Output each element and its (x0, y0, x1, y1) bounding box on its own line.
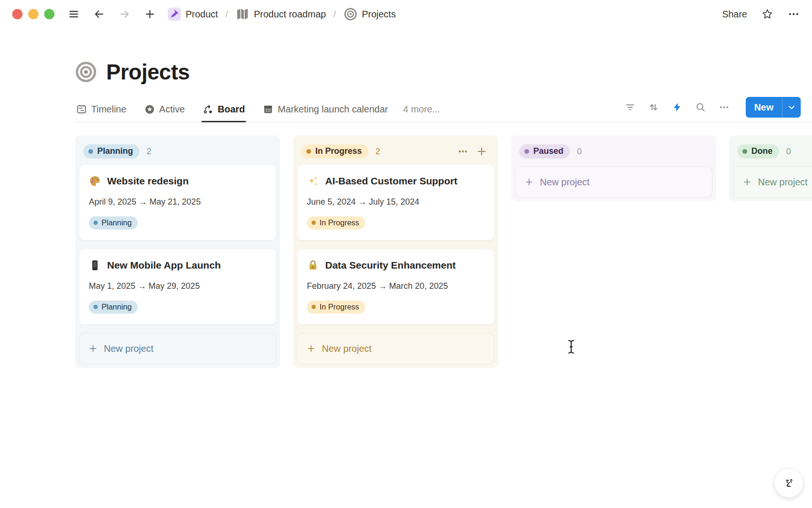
tab-label: Timeline (91, 104, 126, 115)
column-count: 0 (577, 147, 582, 157)
share-button[interactable]: Share (722, 9, 747, 20)
column-name: Paused (533, 146, 563, 156)
star-circle-icon (144, 104, 155, 115)
card-status-label: Planning (102, 218, 132, 227)
card-date-range: May 1, 2025 → May 29, 2025 (89, 281, 266, 291)
forward-arrow-icon[interactable] (118, 8, 131, 20)
more-options-icon[interactable] (788, 8, 800, 20)
status-dot-icon (88, 149, 93, 154)
card-status-tag: In Progress (307, 216, 365, 230)
favorite-star-icon[interactable] (761, 8, 773, 20)
column-name: Done (751, 146, 773, 156)
column-status-pill[interactable]: Planning (83, 144, 140, 159)
new-project-button[interactable]: New project (79, 333, 276, 364)
flow-icon (203, 104, 213, 115)
new-button-chevron-down-icon[interactable] (782, 97, 801, 118)
roadmap-book-icon (235, 7, 250, 21)
board-column-planning: Planning 2 Website redesign April 9, 202… (75, 135, 280, 368)
column-more-icon[interactable] (457, 146, 468, 157)
lock-icon (307, 259, 319, 271)
column-name: Planning (97, 146, 133, 156)
board-column-paused: Paused 0 New project (511, 135, 716, 201)
close-window-button[interactable] (12, 9, 23, 19)
tab-label: Active (159, 104, 185, 115)
tab-label: Marketing launch calendar (278, 104, 388, 115)
view-options-icon[interactable] (718, 102, 730, 113)
filter-icon[interactable] (625, 102, 636, 113)
card-title: Data Security Enhancement (325, 260, 456, 271)
search-icon[interactable] (695, 102, 707, 113)
page-target-icon (75, 61, 97, 83)
status-dot-icon (742, 149, 747, 154)
tab-label: Board (218, 104, 245, 115)
column-status-pill[interactable]: Paused (519, 144, 570, 159)
breadcrumb: Product/Product roadmap/Projects (165, 6, 398, 23)
tab-marketing-launch-calendar[interactable]: Marketing launch calendar (262, 99, 389, 122)
traffic-lights (12, 9, 55, 19)
column-header: Paused 0 (515, 139, 712, 165)
board-column-done: Done 0 New project (729, 135, 812, 201)
breadcrumb-item-product[interactable]: Product (165, 6, 220, 23)
new-button[interactable]: New (746, 97, 801, 118)
view-tabs-row: Timeline Active Board Marketing launch c… (75, 97, 812, 122)
more-views-button[interactable]: 4 more... (403, 104, 440, 122)
status-dot-icon (306, 149, 311, 154)
card-title: Website redesign (107, 175, 189, 187)
project-card[interactable]: New Mobile App Launch May 1, 2025 → May … (79, 249, 276, 325)
window-topbar: Product/Product roadmap/Projects Share (0, 0, 812, 28)
back-arrow-icon[interactable] (93, 8, 105, 20)
tab-timeline[interactable]: Timeline (75, 99, 127, 122)
automation-lightning-icon[interactable] (671, 102, 683, 113)
breadcrumb-item-product-roadmap[interactable]: Product roadmap (234, 6, 328, 23)
breadcrumb-label: Projects (362, 9, 396, 20)
column-status-pill[interactable]: Done (737, 144, 779, 159)
phone-icon (89, 259, 101, 271)
zoom-window-button[interactable] (44, 9, 55, 19)
target-icon (344, 7, 358, 21)
tab-active[interactable]: Active (143, 99, 186, 122)
column-header: Done 0 (733, 139, 812, 165)
card-title: New Mobile App Launch (107, 260, 221, 271)
calendar-icon (263, 104, 273, 115)
column-header: In Progress 2 (297, 139, 494, 165)
breadcrumb-item-projects[interactable]: Projects (342, 6, 398, 23)
new-project-label: New project (758, 177, 808, 188)
column-status-pill[interactable]: In Progress (301, 144, 368, 159)
dart-badge-icon (167, 7, 181, 21)
column-cards: AI-Based Customer Support June 5, 2024 →… (297, 165, 494, 325)
sort-icon[interactable] (648, 102, 660, 113)
palette-icon (89, 175, 101, 187)
column-header: Planning 2 (79, 139, 276, 165)
column-add-card-icon[interactable] (476, 146, 487, 157)
card-status-tag: In Progress (307, 301, 365, 314)
project-card[interactable]: AI-Based Customer Support June 5, 2024 →… (297, 165, 494, 240)
kanban-board: Planning 2 Website redesign April 9, 202… (0, 135, 812, 368)
column-count: 0 (786, 147, 791, 157)
breadcrumb-separator: / (333, 9, 337, 19)
new-project-button[interactable]: New project (297, 333, 494, 364)
new-project-button[interactable]: New project (515, 167, 712, 198)
sidebar-toggle-icon[interactable] (68, 8, 80, 20)
card-status-label: Planning (102, 302, 132, 311)
tab-board[interactable]: Board (202, 99, 246, 122)
breadcrumb-label: Product roadmap (254, 9, 326, 20)
new-project-button[interactable]: New project (733, 167, 812, 198)
column-actions (457, 146, 490, 157)
column-name: In Progress (315, 146, 362, 156)
minimize-window-button[interactable] (28, 9, 39, 19)
card-date-range: February 24, 2025 → March 20, 2025 (307, 281, 484, 291)
new-button-label[interactable]: New (746, 97, 782, 118)
board-column-in-progress: In Progress 2 AI-Based Customer Support … (293, 135, 498, 368)
column-count: 2 (147, 147, 151, 157)
status-dot-icon (94, 221, 98, 225)
project-card[interactable]: Website redesign April 9, 2025 → May 21,… (79, 165, 276, 240)
new-page-icon[interactable] (144, 8, 156, 20)
notion-ai-face-button[interactable] (774, 468, 804, 498)
column-cards: Website redesign April 9, 2025 → May 21,… (79, 165, 276, 325)
card-date-range: June 5, 2024 → July 15, 2024 (307, 197, 484, 207)
project-card[interactable]: Data Security Enhancement February 24, 2… (297, 249, 494, 325)
status-dot-icon (312, 221, 316, 225)
new-project-label: New project (322, 343, 372, 354)
timeline-icon (76, 104, 87, 115)
breadcrumb-separator: / (225, 9, 229, 19)
